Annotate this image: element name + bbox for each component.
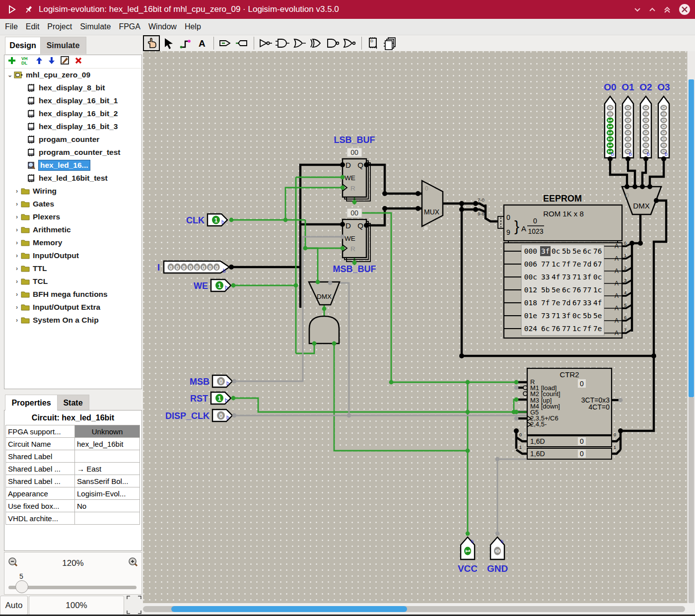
schematic-canvas[interactable]: DQWER00LSB_BUFDQWER00MSB_BUFMUX0DMXDMX07… bbox=[143, 51, 687, 603]
add-circuit-icon[interactable] bbox=[7, 56, 16, 67]
roll-down-button[interactable] bbox=[633, 5, 641, 13]
menu-window[interactable]: Window bbox=[144, 22, 181, 31]
tree-expander-icon[interactable]: › bbox=[13, 278, 20, 285]
tree-expander-icon[interactable]: › bbox=[13, 291, 20, 298]
reset-zoom-button[interactable]: 100% bbox=[29, 596, 124, 615]
menu-fpga[interactable]: FPGA bbox=[115, 22, 144, 31]
property-row[interactable]: Shared Label bbox=[6, 450, 140, 463]
tree-expander-icon[interactable]: › bbox=[13, 239, 20, 246]
and-in-right[interactable] bbox=[334, 343, 468, 451]
clk-net[interactable] bbox=[285, 188, 343, 220]
property-row[interactable]: FPGA support...Unknown bbox=[6, 425, 140, 438]
property-row[interactable]: Circuit Namehex_led_16bit bbox=[6, 438, 140, 450]
edit-tool-icon[interactable] bbox=[161, 36, 176, 50]
output-pin-o1[interactable]: 00000000 bbox=[623, 96, 633, 158]
nor-gate-tool-icon[interactable] bbox=[343, 36, 357, 50]
probe-net[interactable] bbox=[362, 213, 468, 382]
tree-expander-icon[interactable]: › bbox=[13, 304, 20, 311]
dmx-in-gray[interactable] bbox=[330, 283, 349, 415]
appearance-tool-icon[interactable] bbox=[383, 36, 398, 50]
tree-expander-icon[interactable]: › bbox=[13, 188, 20, 195]
property-value[interactable]: → East bbox=[75, 463, 140, 475]
tree-item-hex-led-16bit-test[interactable]: mainhex_led_16bit_test bbox=[4, 172, 141, 185]
disp-clk-net[interactable] bbox=[234, 415, 541, 429]
input-pin-disp_clk[interactable]: 0 bbox=[212, 410, 232, 421]
property-value[interactable]: No bbox=[75, 500, 140, 512]
and-in-left[interactable] bbox=[296, 343, 314, 353]
input-pin-rst[interactable]: 1 bbox=[211, 392, 231, 404]
tree-item-progam-counter[interactable]: mainprogam_counter bbox=[4, 133, 141, 146]
menu-help[interactable]: Help bbox=[181, 22, 205, 31]
tree-item-mhl-cpu-zero-09[interactable]: ⌄mhl_cpu_zero_09 bbox=[4, 68, 141, 81]
and-gate-component[interactable] bbox=[309, 316, 339, 343]
tab-simulate[interactable]: Simulate bbox=[40, 37, 86, 54]
property-value[interactable]: Logisim-Evol... bbox=[75, 487, 140, 500]
nand-gate-tool-icon[interactable] bbox=[326, 36, 341, 50]
tree-item-arithmetic[interactable]: ›Arithmetic bbox=[4, 223, 141, 236]
o2-wire[interactable] bbox=[642, 159, 646, 187]
property-row[interactable]: Shared Label ...SansSerif Bol... bbox=[6, 475, 140, 487]
horizontal-scrollbar-thumb[interactable] bbox=[171, 606, 407, 612]
selection-corner-icon[interactable] bbox=[126, 595, 142, 615]
tree-expander-icon[interactable]: › bbox=[13, 201, 20, 207]
property-value[interactable]: SansSerif Bol... bbox=[75, 475, 140, 487]
tree-item-gates[interactable]: ›Gates bbox=[4, 198, 141, 210]
splitter-leg[interactable] bbox=[612, 450, 621, 454]
o0-wire[interactable] bbox=[610, 159, 627, 187]
splitter-leg[interactable] bbox=[516, 450, 527, 454]
zoom-in-icon[interactable] bbox=[128, 556, 139, 569]
tree-item-bfh-mega-functions[interactable]: ›BFH mega functions bbox=[4, 288, 141, 301]
rst-net[interactable] bbox=[233, 398, 514, 412]
text-tool-icon[interactable]: A bbox=[195, 36, 209, 50]
horizontal-scrollbar[interactable] bbox=[143, 605, 687, 615]
input-pin-i[interactable]: 00000000 bbox=[164, 261, 229, 273]
poke-tool-icon[interactable] bbox=[144, 36, 159, 50]
register-lsb_buf[interactable]: DQWER00LSB_BUF bbox=[334, 135, 375, 201]
wire-tool-icon[interactable] bbox=[178, 36, 193, 50]
output-pin-tool-icon[interactable] bbox=[235, 36, 250, 50]
property-value[interactable] bbox=[75, 512, 140, 525]
output-pin-o3[interactable]: 00000000 bbox=[658, 96, 669, 158]
tree-item-hex-display-16-bit-1[interactable]: mainhex_display_16_bit_1 bbox=[4, 94, 141, 107]
tree-item-hex-led-16-[interactable]: mainhex_led_16... bbox=[4, 159, 141, 172]
select-bus[interactable] bbox=[621, 201, 666, 431]
input-pin-msb[interactable]: 0 bbox=[212, 375, 232, 387]
tree-item-program-counter-test[interactable]: mainprogram_counter_test bbox=[4, 146, 141, 159]
property-value[interactable] bbox=[75, 450, 140, 463]
tab-state[interactable]: State bbox=[57, 395, 89, 411]
splitter-leg[interactable] bbox=[516, 437, 527, 441]
not-gate-tool-icon[interactable] bbox=[258, 36, 273, 50]
tab-properties[interactable]: Properties bbox=[5, 395, 58, 411]
input-pin-tool-icon[interactable] bbox=[218, 36, 233, 50]
menu-project[interactable]: Project bbox=[43, 22, 76, 31]
menu-simulate[interactable]: Simulate bbox=[76, 22, 115, 31]
auto-zoom-button[interactable]: Auto bbox=[0, 596, 28, 615]
tree-expander-icon[interactable]: › bbox=[13, 252, 20, 259]
vertical-scrollbar[interactable] bbox=[687, 51, 695, 603]
tree-item-wiring[interactable]: ›Wiring bbox=[4, 185, 141, 198]
zoom-slider-handle[interactable] bbox=[15, 580, 28, 593]
o3-wire[interactable] bbox=[650, 159, 664, 187]
roll-up-button[interactable] bbox=[648, 5, 656, 13]
schematic-svg[interactable]: DQWER00LSB_BUFDQWER00MSB_BUFMUX0DMXDMX07… bbox=[143, 51, 687, 603]
splitter-bus[interactable] bbox=[486, 205, 497, 221]
move-down-icon[interactable] bbox=[48, 56, 56, 67]
vhdl-icon[interactable]: VHDL bbox=[21, 56, 31, 68]
tree-expander-icon[interactable]: › bbox=[13, 265, 20, 272]
tree-expander-icon[interactable]: ⌄ bbox=[6, 71, 13, 78]
tab-design[interactable]: Design bbox=[5, 37, 41, 54]
xor-gate-tool-icon[interactable] bbox=[309, 36, 324, 50]
close-button[interactable] bbox=[678, 3, 691, 16]
or-gate-tool-icon[interactable] bbox=[292, 36, 307, 50]
tree-item-ttl[interactable]: ›TTL bbox=[4, 262, 141, 275]
tree-item-system-on-a-chip[interactable]: ›System On a Chip bbox=[4, 314, 141, 327]
tree-item-tcl[interactable]: ›TCL bbox=[4, 275, 141, 288]
tree-item-hex-display-16-bit-3[interactable]: mainhex_display_16_bit_3 bbox=[4, 120, 141, 133]
tree-expander-icon[interactable]: › bbox=[13, 317, 20, 324]
menu-file[interactable]: File bbox=[1, 22, 22, 31]
tree-item-input-output-extra[interactable]: ›Input/Output Extra bbox=[4, 301, 141, 314]
property-value[interactable]: Unknown bbox=[75, 425, 140, 438]
property-row[interactable]: Shared Label ...→ East bbox=[6, 463, 140, 475]
tree-item-memory[interactable]: ›Memory bbox=[4, 236, 141, 249]
tree-expander-icon[interactable]: › bbox=[13, 226, 20, 233]
